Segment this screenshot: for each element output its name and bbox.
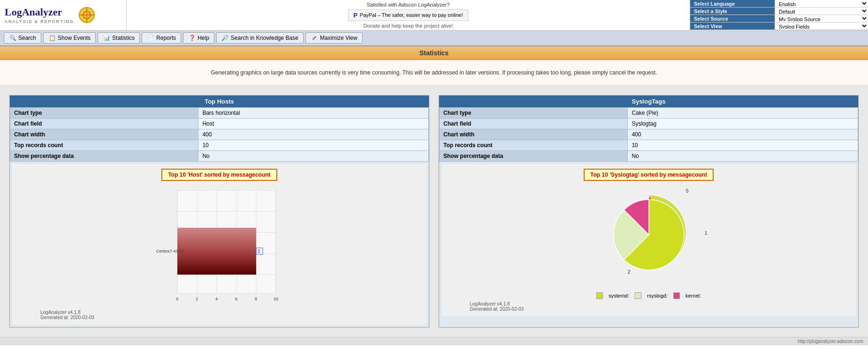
center-area: Satisfied with Adiscon LogAnalyzer? P Pa…	[127, 0, 690, 30]
legend-kernel-box	[673, 292, 680, 299]
syslogtags-chart-area: Top 10 'Syslogtag' sorted by messagecoun…	[442, 164, 856, 316]
reports-icon: 📄	[147, 34, 154, 42]
nav-reports-label: Reports	[156, 35, 176, 41]
warning-text: Generating graphics on large data source…	[211, 69, 657, 76]
pie-chart-container: 5 1 2	[583, 186, 715, 289]
top-hosts-title: Top Hosts	[10, 96, 429, 107]
legend-rsyslogd-label: rsyslogd:	[647, 293, 668, 298]
legend-kernel-label: kernel:	[685, 293, 701, 298]
table-row: Chart width 400	[10, 129, 429, 140]
nav-show-events-label: Show Events	[58, 35, 91, 41]
table-row: Chart width 400	[440, 129, 858, 140]
syslogtags-chart-heading: Top 10 'Syslogtag' sorted by messagecoun…	[584, 169, 714, 181]
paypal-button[interactable]: P PayPal – The safer, easier way to pay …	[348, 9, 468, 21]
top-hosts-footer-version: LogAnalyzer v4.1.8	[40, 310, 422, 315]
style-select[interactable]: Default	[775, 7, 868, 15]
top-hosts-footer-date: Generated at: 2020-02-03	[40, 315, 422, 320]
view-label: Select View	[690, 22, 775, 30]
top-hosts-chart-heading: Top 10 'Host' sorted by messagecount	[161, 169, 277, 181]
syslogtags-footer: LogAnalyzer v4.1.8 Generated at: 2020-02…	[446, 301, 851, 312]
table-row: Chart field Syslogtag	[440, 119, 858, 129]
prop-label: Chart field	[440, 119, 628, 129]
syslogtags-footer-version: LogAnalyzer v4.1.8	[470, 301, 851, 306]
footer-bar: http://ploganalyzer.adiscon.com	[0, 337, 868, 345]
help-icon: ❓	[188, 34, 196, 42]
prop-label: Show percentage data	[10, 151, 198, 162]
prop-value: Bars horizontal	[198, 108, 429, 119]
paypal-label: PayPal – The safer, easier way to pay on…	[360, 12, 463, 18]
main-content: Top Hosts Chart type Bars horizontal Cha…	[0, 86, 868, 337]
view-select[interactable]: Syslog Fields	[775, 22, 868, 30]
svg-rect-15	[177, 228, 256, 275]
nav-search-label: Search	[18, 35, 36, 41]
prop-value: 10	[628, 140, 858, 151]
table-row: Chart field Host	[10, 119, 429, 129]
prop-value: No	[628, 151, 858, 162]
syslogtags-panel: SyslogTags Chart type Cake (Pie) Chart f…	[439, 95, 859, 328]
footer-url: http://ploganalyzer.adiscon.com	[798, 339, 863, 344]
nav-search-kb-button[interactable]: 🔎 Search in Knowledge Base	[216, 32, 304, 44]
source-select[interactable]: My Syslog Source	[775, 15, 868, 22]
satisfied-text: Satisfied with Adiscon LogAnalyzer?	[367, 2, 450, 7]
nav-help-label: Help	[198, 35, 209, 41]
nav-statistics-label: Statistics	[112, 35, 135, 41]
logo-area: LogAnalyzer ANALYSIS & REPORTING	[0, 0, 127, 30]
nav-search-button[interactable]: 🔍 Search	[4, 32, 41, 44]
legend-rsyslogd-box	[635, 292, 641, 299]
prop-value: 400	[198, 129, 429, 140]
language-label: Select Language	[690, 0, 775, 7]
nav-maximize-button[interactable]: ⤢ Maximize View	[305, 32, 363, 44]
svg-text:Centos7-43-17: Centos7-43-17	[156, 249, 184, 254]
nav-show-events-button[interactable]: 📋 Show Events	[43, 32, 96, 44]
prop-label: Chart type	[440, 108, 628, 119]
prop-value: 10	[198, 140, 429, 151]
prop-value: Host	[198, 119, 429, 129]
top-hosts-panel: Top Hosts Chart type Bars horizontal Cha…	[9, 95, 429, 328]
source-control-row: Select Source My Syslog Source	[690, 15, 868, 22]
page-title: Statistics	[419, 49, 449, 57]
prop-label: Show percentage data	[440, 151, 628, 162]
nav-help-button[interactable]: ❓ Help	[183, 32, 214, 44]
maximize-icon: ⤢	[311, 34, 318, 42]
svg-text:4: 4	[215, 297, 218, 301]
table-row: Show percentage data No	[440, 151, 858, 162]
svg-text:8: 8	[255, 297, 257, 301]
nav-maximize-label: Maximize View	[320, 35, 358, 41]
nav-statistics-button[interactable]: 📊 Statistics	[98, 32, 140, 44]
bar-chart-svg: 8 Centos7-43-17 0 2 4 6 8 10	[154, 186, 285, 307]
search-kb-icon: 🔎	[221, 34, 229, 42]
svg-text:8: 8	[258, 249, 260, 254]
donate-text: Donate and help keep the project alive!	[364, 23, 453, 29]
prop-label: Chart type	[10, 108, 198, 119]
language-control-row: Select Language English	[690, 0, 868, 7]
prop-label: Chart width	[440, 129, 628, 140]
paypal-icon: P	[353, 12, 358, 19]
view-control-row: Select View Syslog Fields	[690, 22, 868, 30]
svg-text:10: 10	[274, 297, 278, 301]
table-row: Chart type Bars horizontal	[10, 108, 429, 119]
svg-text:0: 0	[176, 297, 178, 301]
prop-value: No	[198, 151, 429, 162]
svg-text:2: 2	[196, 297, 198, 301]
nav-search-kb-label: Search in Knowledge Base	[231, 35, 298, 41]
table-row: Show percentage data No	[10, 151, 429, 162]
pie-legend: systemd: rsyslogd: kernel:	[596, 292, 701, 299]
page-title-bar: Statistics	[0, 46, 868, 60]
legend-systemd-label: systemd:	[609, 293, 629, 298]
events-icon: 📋	[48, 34, 56, 42]
search-icon: 🔍	[9, 34, 16, 42]
nav-bar: 🔍 Search 📋 Show Events 📊 Statistics 📄 Re…	[0, 30, 868, 46]
pie-chart-svg-2	[583, 186, 715, 279]
nav-reports-button[interactable]: 📄 Reports	[142, 32, 181, 44]
prop-value: Syslogtag	[628, 119, 858, 129]
table-row: Top records count 10	[10, 140, 429, 151]
legend-systemd-box	[596, 292, 603, 299]
logo-icon	[78, 6, 96, 24]
logo-text: LogAnalyzer	[5, 6, 74, 18]
top-header: LogAnalyzer ANALYSIS & REPORTING Satisfi…	[0, 0, 868, 30]
table-row: Chart type Cake (Pie)	[440, 108, 858, 119]
prop-value: Cake (Pie)	[628, 108, 858, 119]
svg-text:6: 6	[235, 297, 237, 301]
language-select[interactable]: English	[775, 0, 868, 7]
top-hosts-footer: LogAnalyzer v4.1.8 Generated at: 2020-02…	[17, 310, 422, 320]
